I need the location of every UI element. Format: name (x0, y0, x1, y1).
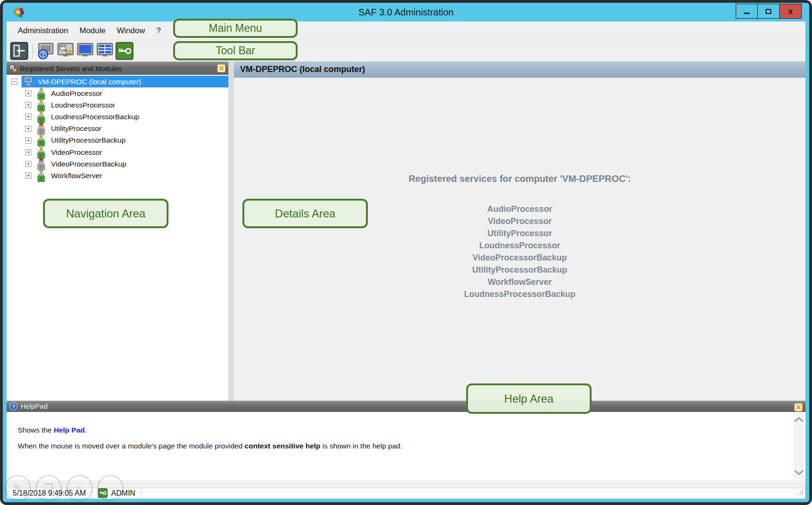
tree-node-module[interactable]: + VideoProcessorBackup (7, 158, 228, 170)
expand-icon[interactable]: + (25, 114, 31, 120)
watermark-circle (97, 475, 124, 501)
minimize-button[interactable] (736, 4, 758, 19)
help-scrollbar[interactable] (793, 413, 805, 479)
details-panel-header: VM-DPEPROC (local computer) (234, 62, 805, 78)
tree-node-label: LoudnessProcessorBackup (51, 113, 139, 121)
login-key-icon (115, 42, 134, 60)
tree-node-label: VideoProcessor (51, 148, 102, 157)
status-bar: 5/18/2018 9:49:05 AM ADMIN (7, 488, 805, 499)
tree-node-module[interactable]: + VideoProcessor (7, 146, 228, 158)
module-gear-icon (36, 170, 47, 182)
menu-item[interactable]: Module (74, 23, 111, 38)
main-area: Registered Servers and Modules − (7, 62, 805, 401)
exit-button[interactable] (9, 41, 29, 61)
tree-node-label: VideoProcessorBackup (51, 160, 126, 168)
help-icon: ? (9, 402, 18, 411)
expand-icon[interactable]: + (25, 90, 31, 96)
help-pad-link[interactable]: Help Pad (54, 426, 85, 434)
module-gear-icon (36, 99, 47, 111)
scroll-up-icon[interactable] (793, 417, 805, 423)
registered-services-heading: Registered services for computer 'VM-DPE… (234, 173, 805, 184)
helppad-toggle-button[interactable]: ? (36, 41, 56, 61)
minimize-icon (744, 13, 750, 14)
help-bold-text: context sensitive help (245, 442, 321, 450)
panel-splitter[interactable] (228, 62, 234, 401)
client-area: AdministrationModuleWindow? (7, 22, 805, 499)
details-pane-icon (76, 42, 95, 60)
window-controls: X (736, 4, 802, 19)
watermark-circle: ⌕ (66, 475, 93, 501)
service-name: LoudnessProcessorBackup (234, 288, 805, 300)
scroll-down-icon[interactable] (793, 469, 805, 476)
toolbar-separator (32, 43, 33, 59)
service-name: UtilityProcessor (234, 227, 805, 239)
tree-node-module[interactable]: + LoudnessProcessor (7, 99, 228, 111)
tree-node-module[interactable]: + WorkflowServer (7, 170, 228, 181)
tree-node-label: AudioProcessor (51, 89, 102, 98)
tree-node-server[interactable]: − VM-DPEPROC (local computer) (7, 76, 228, 87)
grid-view-button[interactable] (95, 41, 115, 61)
navigation-pane-icon (56, 42, 75, 60)
expand-icon[interactable]: + (25, 149, 31, 155)
login-key-button[interactable] (115, 41, 134, 61)
navigation-close-icon[interactable] (217, 64, 226, 72)
menu-item[interactable]: Administration (12, 23, 74, 38)
service-name: UtilityProcessorBackup (234, 264, 805, 276)
service-name: VideoProcessorBackup (234, 252, 805, 264)
toolbar: ? (7, 40, 805, 62)
callout-main-menu: Main Menu (173, 19, 298, 38)
exit-icon (10, 42, 29, 60)
navigation-panel: Registered Servers and Modules − (7, 62, 228, 401)
helppad-content: Shows the Help Pad. When the mouse is mo… (7, 412, 805, 480)
tree-node-label: LoudnessProcessor (51, 101, 115, 109)
help-text: When the mouse is moved over a module's … (18, 442, 245, 450)
helppad-header: ? HelpPad (7, 401, 805, 412)
details-panel: VM-DPEPROC (local computer) Registered s… (234, 62, 805, 401)
menu-item[interactable]: ? (151, 23, 166, 38)
tree-node-label: VM-DPEPROC (local computer) (38, 78, 141, 86)
app-gear-icon (13, 7, 24, 18)
module-gear-icon (36, 146, 47, 159)
watermark-circle: ✎ (5, 475, 31, 501)
helppad-panel: ? HelpPad Shows the Help Pad. (7, 401, 805, 499)
tree-node-module[interactable]: + UtilityProcessor (7, 123, 228, 135)
collapse-icon[interactable]: − (11, 79, 17, 85)
watermark-circle: ❐ (36, 475, 62, 501)
menu-item[interactable]: Window (111, 23, 150, 38)
help-text: . (85, 426, 87, 434)
details-pane-button[interactable] (75, 41, 95, 61)
help-line-1: Shows the Help Pad. (18, 426, 777, 434)
server-tree: − VM-DPEPROC (local computer) (7, 75, 228, 401)
expand-icon[interactable]: + (25, 126, 31, 132)
window-title: SAF 3.0 Administration (358, 7, 454, 18)
tree-node-module[interactable]: + UtilityProcessorBackup (7, 135, 228, 146)
expand-icon[interactable]: + (25, 137, 31, 144)
expand-icon[interactable]: + (25, 173, 31, 179)
navigation-pane-button[interactable] (56, 41, 75, 61)
tree-node-label: UtilityProcessorBackup (51, 136, 125, 144)
expand-icon[interactable]: + (25, 102, 31, 108)
tree-node-label: WorkflowServer (51, 172, 102, 180)
maximize-button[interactable] (758, 4, 780, 19)
screenshot-frame: SAF 3.0 Administration X AdministrationM… (0, 0, 812, 505)
service-name: LoudnessProcessor (234, 239, 805, 252)
resize-grip[interactable] (797, 489, 804, 498)
computer-icon (24, 77, 34, 87)
module-gear-icon (36, 134, 47, 146)
details-body: Registered services for computer 'VM-DPE… (234, 78, 805, 401)
svg-text:?: ? (41, 51, 45, 58)
callout-tool-bar: Tool Bar (173, 41, 298, 60)
module-gear-icon (36, 111, 47, 123)
helppad-toggle-icon: ? (37, 42, 55, 60)
close-button[interactable]: X (780, 4, 802, 19)
help-text: is shown in the help pad. (321, 442, 402, 450)
module-gear-icon (36, 123, 47, 135)
callout-navigation-area: Navigation Area (43, 199, 168, 228)
helppad-title: HelpPad (21, 402, 48, 410)
helppad-close-icon[interactable] (794, 403, 803, 411)
tree-node-module[interactable]: + AudioProcessor (7, 87, 228, 99)
expand-icon[interactable]: + (25, 161, 31, 167)
maximize-icon (766, 9, 771, 14)
callout-details-area: Details Area (242, 199, 368, 228)
tree-node-module[interactable]: + LoudnessProcessorBackup (7, 111, 228, 123)
